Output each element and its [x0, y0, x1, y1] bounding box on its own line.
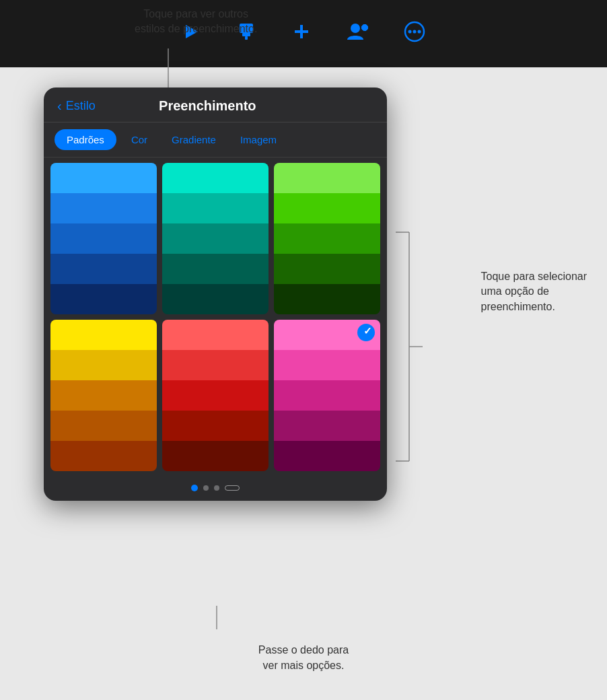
dot-1 — [191, 485, 198, 491]
add-person-icon[interactable] — [346, 22, 369, 46]
color-grid — [44, 158, 387, 471]
swatch-green-5[interactable] — [274, 284, 380, 314]
swatch-pink-1[interactable] — [274, 320, 380, 350]
swatch-red-4[interactable] — [162, 411, 269, 441]
color-col-green — [274, 163, 380, 314]
color-col-pink — [274, 320, 380, 471]
swatch-red-5[interactable] — [162, 441, 269, 471]
swatch-teal-2[interactable] — [162, 193, 269, 223]
swatch-pink-3[interactable] — [274, 380, 380, 411]
tab-imagem[interactable]: Imagem — [231, 129, 286, 150]
swatch-blue-4[interactable] — [50, 254, 157, 284]
tab-gradiente[interactable]: Gradiente — [162, 129, 225, 150]
swatch-green-2[interactable] — [274, 193, 380, 223]
grid-row-top — [50, 163, 380, 314]
tab-bar: Padrões Cor Gradiente Imagem — [44, 123, 387, 158]
swatch-blue-5[interactable] — [50, 284, 157, 314]
svg-point-12 — [413, 30, 417, 33]
back-button[interactable]: ‹ Estilo — [57, 98, 96, 114]
dot-2 — [203, 485, 209, 491]
callout-top: Toque para ver outrosestilos de preenchi… — [135, 7, 257, 37]
color-col-yellow — [50, 320, 157, 471]
color-col-teal — [162, 163, 269, 314]
swatch-teal-4[interactable] — [162, 254, 269, 284]
callout-bottom: Passe o dedo paraver mais opções. — [258, 643, 349, 673]
swatch-green-3[interactable] — [274, 223, 380, 254]
swatch-teal-3[interactable] — [162, 223, 269, 254]
swatch-green-4[interactable] — [274, 254, 380, 284]
more-icon[interactable] — [404, 21, 425, 47]
color-col-blue — [50, 163, 157, 314]
dot-4 — [225, 485, 240, 491]
panel-header: ‹ Estilo Preenchimento — [44, 88, 387, 123]
swatch-orange-5[interactable] — [50, 441, 157, 471]
tab-cor[interactable]: Cor — [122, 129, 157, 150]
panel-title: Preenchimento — [96, 98, 320, 114]
swatch-pink-5[interactable] — [274, 441, 380, 471]
swatch-pink-4[interactable] — [274, 411, 380, 441]
swatch-yellow-3[interactable] — [50, 380, 157, 411]
svg-point-6 — [351, 24, 360, 33]
swatch-green-1[interactable] — [274, 163, 380, 193]
chevron-left-icon: ‹ — [57, 98, 62, 114]
swatch-blue-3[interactable] — [50, 223, 157, 254]
grid-row-bottom — [50, 320, 380, 471]
fill-panel: ‹ Estilo Preenchimento Padrões Cor Gradi… — [44, 88, 387, 501]
dot-3 — [214, 485, 219, 491]
swatch-red-1[interactable] — [162, 320, 269, 350]
svg-point-11 — [408, 30, 412, 33]
callout-right: Toque para selecionar uma opção de preen… — [481, 269, 587, 314]
swatch-teal-5[interactable] — [162, 284, 269, 314]
tab-padrons[interactable]: Padrões — [55, 129, 116, 150]
svg-rect-9 — [361, 26, 368, 29]
swatch-orange-4[interactable] — [50, 411, 157, 441]
svg-point-13 — [418, 30, 421, 33]
swatch-red-3[interactable] — [162, 380, 269, 411]
svg-rect-5 — [295, 30, 308, 33]
color-col-red — [162, 320, 269, 471]
swatch-red-2[interactable] — [162, 350, 269, 380]
page-indicators — [44, 477, 387, 501]
swatch-blue-2[interactable] — [50, 193, 157, 223]
back-label: Estilo — [66, 99, 96, 113]
swatch-yellow-1[interactable] — [50, 320, 157, 350]
plus-icon[interactable] — [292, 22, 311, 46]
swatch-pink-2[interactable] — [274, 350, 380, 380]
swatch-blue-1[interactable] — [50, 163, 157, 193]
toolbar — [0, 0, 607, 67]
swatch-teal-1[interactable] — [162, 163, 269, 193]
swatch-yellow-2[interactable] — [50, 350, 157, 380]
